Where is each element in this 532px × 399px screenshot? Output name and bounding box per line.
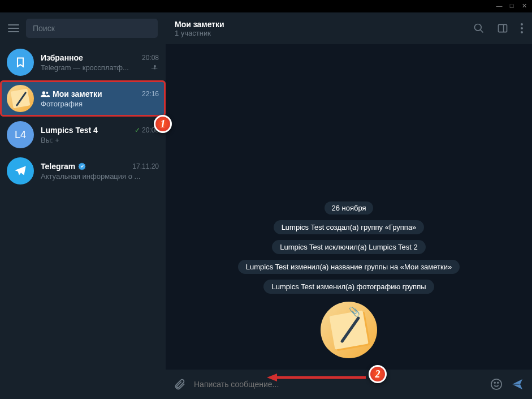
avatar-l4: L4 [7, 121, 34, 148]
svg-point-9 [521, 27, 523, 29]
paperclip-decoration: 📎 [349, 306, 360, 317]
svg-point-13 [498, 382, 499, 383]
telegram-icon [13, 164, 28, 178]
sidebar-header: Поиск [0, 12, 166, 44]
svg-point-11 [491, 379, 501, 389]
bookmark-icon [15, 57, 26, 68]
avatar-telegram [7, 157, 34, 185]
more-icon[interactable] [521, 23, 523, 33]
chat-time: 20:08 [142, 54, 159, 62]
check-icon: ✓ [135, 126, 140, 134]
group-photo[interactable]: 📎 [321, 302, 377, 358]
chat-name: Избранное [41, 53, 83, 62]
svg-rect-1 [154, 67, 155, 70]
chat-name: Мои заметки [41, 89, 102, 98]
avatar-saved [7, 49, 34, 76]
chat-preview: Фотография [41, 100, 83, 108]
svg-point-4 [475, 24, 482, 31]
chat-item-notes[interactable]: Мои заметки 22:16 Фотография [0, 80, 166, 117]
avatar-notes [7, 85, 34, 112]
search-input[interactable]: Поиск [26, 19, 158, 38]
header-actions [473, 23, 523, 34]
search-placeholder: Поиск [33, 24, 55, 33]
window-titlebar: — □ ✕ [0, 0, 532, 12]
chat-list: Избранное 20:08 Telegram — кроссплатф... [0, 44, 166, 399]
content-header[interactable]: Мои заметки 1 участник [166, 12, 532, 44]
menu-icon[interactable] [8, 24, 19, 32]
main-layout: Поиск Избранное 20:08 Telegram — кроссп [0, 12, 532, 399]
chat-name: Lumpics Test 4 [41, 126, 98, 135]
service-message: Lumpics Test изменил(а) название группы … [238, 260, 460, 274]
annotation-marker-2: 2 [369, 365, 387, 383]
svg-point-10 [521, 31, 523, 33]
chat-item-telegram[interactable]: Telegram 17.11.20 Актуальная информация … [0, 153, 166, 189]
chat-info: Избранное 20:08 Telegram — кроссплатф... [41, 53, 159, 72]
svg-point-3 [46, 92, 48, 94]
page-title: Мои заметки [175, 20, 224, 29]
chat-preview: Актуальная информация о ... [41, 172, 140, 181]
window-controls: — □ ✕ [496, 2, 527, 9]
chat-preview: Telegram — кроссплатф... [41, 63, 129, 72]
service-message: Lumpics Test создал(а) группу «Группа» [274, 220, 425, 234]
sidebar: Поиск Избранное 20:08 Telegram — кроссп [0, 12, 166, 399]
svg-point-2 [42, 91, 45, 94]
content-area: Мои заметки 1 участник 26 ноября Lumpics… [166, 12, 532, 399]
app-window: — □ ✕ Поиск [0, 0, 532, 399]
chat-info: Мои заметки 22:16 Фотография [41, 89, 159, 108]
service-message: Lumpics Test исключил(а) Lumpics Test 2 [272, 240, 425, 254]
minimize-button[interactable]: — [496, 2, 503, 9]
group-icon [41, 91, 50, 97]
search-icon[interactable] [473, 23, 485, 34]
svg-line-5 [481, 30, 483, 33]
emoji-icon[interactable] [490, 378, 503, 391]
svg-marker-15 [267, 374, 277, 381]
chat-item-saved[interactable]: Избранное 20:08 Telegram — кроссплатф... [0, 44, 166, 80]
page-subtitle: 1 участник [175, 29, 224, 37]
svg-rect-6 [499, 24, 507, 32]
svg-point-8 [521, 23, 523, 25]
service-message: Lumpics Test изменил(а) фотографию групп… [263, 280, 434, 294]
sidepanel-icon[interactable] [497, 23, 508, 34]
pin-icon [151, 63, 159, 71]
chat-info: Telegram 17.11.20 Актуальная информация … [41, 162, 159, 181]
chat-time: 22:16 [142, 90, 159, 98]
chat-name: Telegram [41, 162, 86, 171]
chat-item-lumpics[interactable]: L4 Lumpics Test 4 ✓20:08 Вы: + [0, 117, 166, 153]
header-info: Мои заметки 1 участник [175, 20, 224, 37]
annotation-arrow [267, 372, 369, 383]
messages-area[interactable]: 26 ноября Lumpics Test создал(а) группу … [166, 44, 532, 370]
maximize-button[interactable]: □ [508, 2, 515, 9]
chat-preview: Вы: + [41, 136, 59, 144]
annotation-marker-1: 1 [154, 115, 172, 133]
verified-icon [78, 162, 86, 170]
date-separator: 26 ноября [325, 201, 373, 214]
attach-icon[interactable] [174, 378, 186, 391]
svg-point-12 [494, 382, 495, 383]
send-icon[interactable] [511, 377, 524, 391]
chat-time: 17.11.20 [132, 162, 159, 170]
chat-info: Lumpics Test 4 ✓20:08 Вы: + [41, 126, 159, 144]
close-button[interactable]: ✕ [521, 2, 527, 9]
